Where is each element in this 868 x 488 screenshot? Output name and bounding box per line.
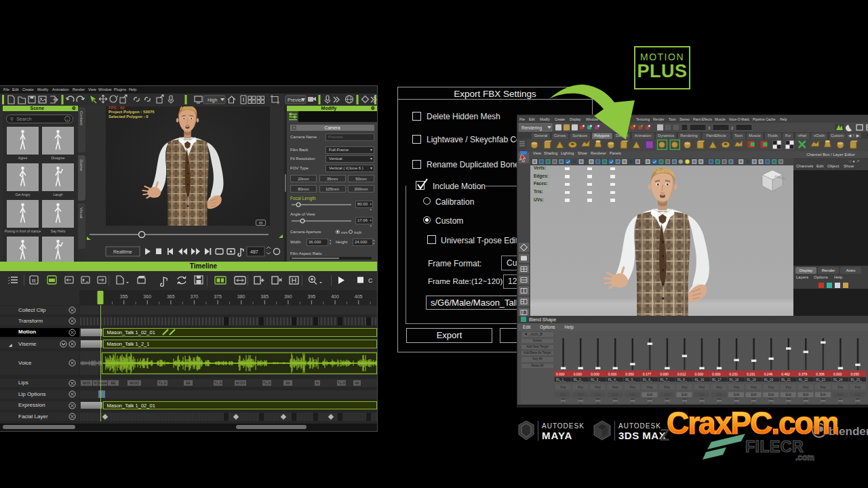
svg-text:Key: Key	[734, 386, 740, 389]
svg-text:RL_19: RL_19	[747, 378, 756, 382]
svg-text:RL_7_: RL_7_	[660, 378, 669, 382]
svg-text:Edit: Edit	[699, 393, 705, 396]
svg-text:0.231: 0.231	[730, 372, 738, 376]
svg-text:0.000: 0.000	[660, 372, 669, 376]
svg-text:Edit: Edit	[578, 393, 584, 396]
svg-text:RL_20: RL_20	[764, 378, 774, 382]
svg-text:Edit: Edit	[855, 393, 861, 396]
svg-text:Key: Key	[647, 386, 653, 389]
svg-text:0.177: 0.177	[643, 372, 652, 376]
svg-text:360: 360	[143, 294, 151, 299]
svg-text:RL_22: RL_22	[799, 378, 808, 382]
svg-text:0.306: 0.306	[816, 372, 825, 376]
svg-text:Edit: Edit	[751, 393, 757, 396]
svg-text:Key: Key	[803, 386, 809, 389]
svg-text:AUTODESK: AUTODESK	[542, 422, 585, 430]
svg-text:0.000: 0.000	[608, 372, 617, 376]
svg-text:RL_2_: RL_2_	[574, 378, 583, 382]
svg-text:Key: Key	[786, 386, 792, 389]
svg-text:Edit: Edit	[630, 393, 636, 396]
svg-text:CraxPC.com: CraxPC.com	[667, 405, 837, 441]
svg-text:405: 405	[355, 294, 363, 299]
svg-text:Key: Key	[665, 386, 671, 389]
svg-text:RL_4_: RL_4_	[608, 378, 618, 382]
svg-text:RL_8_: RL_8_	[677, 378, 687, 382]
svg-text:Key: Key	[682, 386, 688, 389]
svg-text:Realtime: Realtime	[113, 249, 132, 254]
svg-text:Key: Key	[837, 386, 844, 389]
svg-text:Edit: Edit	[803, 393, 809, 396]
svg-text:0.000: 0.000	[574, 372, 583, 376]
svg-text:0.012: 0.012	[677, 372, 686, 376]
svg-text:0.000: 0.000	[833, 372, 842, 376]
svg-text:0.000: 0.000	[591, 372, 599, 376]
svg-text:RL_18: RL_18	[730, 378, 739, 382]
svg-text:3DS MAX: 3DS MAX	[618, 430, 666, 441]
svg-text:Edit: Edit	[612, 393, 618, 396]
svg-text:High: High	[208, 98, 218, 103]
svg-text:395: 395	[308, 294, 316, 299]
svg-text:Edit: Edit	[734, 393, 740, 396]
svg-text:380: 380	[237, 294, 245, 299]
svg-text:Edit: Edit	[682, 393, 688, 396]
svg-text:Key: Key	[821, 386, 827, 389]
svg-text:Key: Key	[855, 386, 861, 389]
svg-text:Edit: Edit	[821, 393, 827, 396]
svg-text:0.050: 0.050	[625, 372, 634, 376]
svg-text:RL_1_: RL_1_	[556, 378, 566, 382]
svg-text:Edit: Edit	[647, 393, 653, 396]
svg-text:R: R	[32, 278, 36, 284]
svg-text:0.462: 0.462	[781, 372, 790, 376]
svg-text:.com: .com	[795, 453, 814, 462]
svg-text:RL_6_: RL_6_	[643, 378, 652, 382]
svg-text:390: 390	[284, 294, 292, 299]
svg-text:0.050: 0.050	[850, 372, 859, 376]
svg-text:400: 400	[331, 294, 339, 299]
svg-text:MAYA: MAYA	[542, 430, 572, 441]
svg-text:Key: Key	[716, 386, 722, 389]
svg-text:RL_23: RL_23	[816, 378, 825, 382]
svg-text:0.246: 0.246	[764, 372, 773, 376]
svg-text:AUTODESK: AUTODESK	[618, 422, 661, 430]
svg-text:Edit: Edit	[560, 393, 566, 396]
svg-text:Key: Key	[630, 386, 636, 389]
svg-text:Edit: Edit	[665, 393, 671, 396]
svg-text:385: 385	[260, 294, 269, 299]
svg-text:0.000: 0.000	[695, 372, 704, 376]
svg-text:Key: Key	[612, 386, 618, 389]
svg-text:RL_25_: RL_25_	[850, 378, 862, 382]
svg-text:RL_21: RL_21	[781, 378, 791, 382]
svg-text:RL_24: RL_24	[833, 378, 843, 382]
svg-text:365: 365	[167, 294, 175, 299]
svg-text:375: 375	[214, 294, 222, 299]
svg-text:RL_16: RL_16	[695, 378, 705, 382]
svg-text:0.231: 0.231	[747, 372, 755, 376]
svg-text:Edit: Edit	[837, 393, 844, 396]
svg-text:370: 370	[191, 294, 199, 299]
svg-text:RL_5_: RL_5_	[625, 378, 635, 382]
svg-text:487: 487	[250, 249, 258, 254]
svg-text:Edit: Edit	[768, 393, 774, 396]
svg-text:0.000: 0.000	[712, 372, 721, 376]
svg-text:Key: Key	[751, 386, 757, 389]
svg-text:C: C	[368, 277, 373, 284]
svg-text:Key: Key	[768, 386, 774, 389]
svg-text:Edit: Edit	[786, 393, 792, 396]
svg-text:0.379: 0.379	[799, 372, 808, 376]
svg-text:RL_3_: RL_3_	[591, 378, 600, 382]
svg-text:Key: Key	[699, 386, 705, 389]
svg-text:Key: Key	[560, 386, 566, 389]
svg-text:RL_17: RL_17	[712, 378, 722, 382]
svg-text:Edit: Edit	[716, 393, 722, 396]
svg-text:Key: Key	[595, 386, 601, 389]
svg-text:355: 355	[120, 294, 128, 299]
svg-text:Key: Key	[578, 386, 584, 389]
svg-text:0.000: 0.000	[556, 372, 565, 376]
svg-text:Edit: Edit	[595, 393, 601, 396]
